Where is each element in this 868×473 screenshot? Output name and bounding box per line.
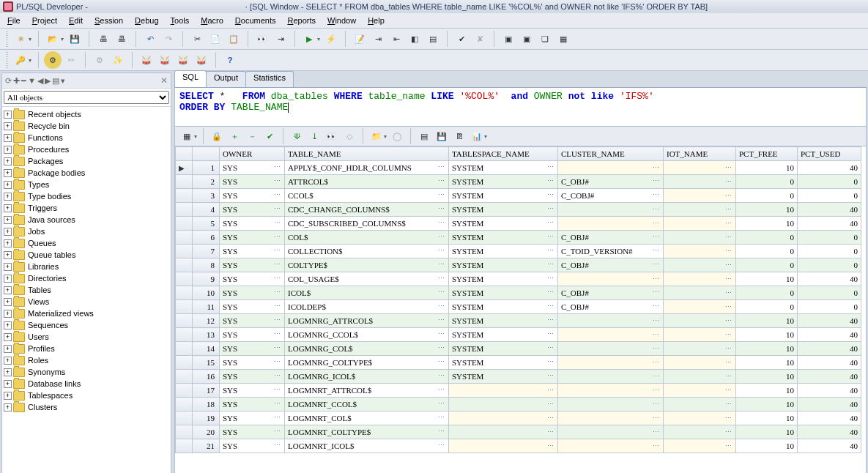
table-row[interactable]: 19SYS⋯LOGMNRT_COL$⋯⋯⋯⋯1040 (176, 411, 861, 425)
tree-item[interactable]: +Synonyms (2, 366, 171, 378)
cell-cluster[interactable]: ⋯ (558, 425, 664, 439)
expand-icon[interactable]: + (4, 286, 12, 294)
table-row[interactable]: 6SYS⋯COL$⋯SYSTEM⋯C_OBJ#⋯⋯00 (176, 231, 861, 245)
save-grid-icon[interactable]: 💾 (433, 127, 450, 145)
menu-debug[interactable]: Debug (129, 15, 164, 26)
tab-statistics[interactable]: Statistics (245, 71, 294, 87)
cell-iot[interactable]: ⋯ (664, 370, 736, 384)
cell-table-name[interactable]: LOGMNRT_ICOL$⋯ (285, 439, 449, 453)
cell-pct-used[interactable]: 40 (798, 161, 861, 175)
expand-icon[interactable]: + (4, 380, 12, 388)
expand-icon[interactable]: + (4, 357, 12, 365)
execute-button[interactable]: ▶ (300, 30, 318, 48)
undo-button[interactable]: ↶ (141, 30, 159, 48)
fetch-next-icon[interactable]: ⟱ (288, 127, 305, 145)
cell-owner[interactable]: SYS⋯ (220, 161, 285, 175)
expand-icon[interactable]: ✚ (13, 76, 20, 86)
cell-tablespace[interactable]: ⋯ (449, 384, 558, 398)
tree-item[interactable]: +Profiles (2, 343, 171, 354)
cell-pct-free[interactable]: 0 (736, 300, 798, 314)
cell-pct-used[interactable]: 40 (798, 411, 861, 425)
expand-icon[interactable]: + (4, 134, 12, 142)
cell-tablespace[interactable]: SYSTEM⋯ (449, 217, 558, 231)
menu-file[interactable]: File (1, 15, 26, 26)
cell-pct-free[interactable]: 10 (736, 161, 798, 175)
table-row[interactable]: 14SYS⋯LOGMNRG_COL$⋯SYSTEM⋯⋯⋯1040 (176, 342, 861, 356)
tree-item[interactable]: +Recent objects (2, 108, 171, 120)
tree-item[interactable]: +Package bodies (2, 167, 171, 179)
cell-pct-used[interactable]: 40 (798, 356, 861, 370)
commit-button[interactable]: ✔ (453, 30, 470, 48)
table-row[interactable]: 16SYS⋯LOGMNRG_ICOL$⋯SYSTEM⋯⋯⋯1040 (176, 370, 861, 384)
cell-tablespace[interactable]: SYSTEM⋯ (449, 370, 558, 384)
cell-iot[interactable]: ⋯ (664, 356, 736, 370)
cell-cluster[interactable]: C_COBJ#⋯ (558, 189, 664, 203)
cell-pct-free[interactable]: 10 (736, 425, 798, 439)
cell-iot[interactable]: ⋯ (664, 175, 736, 189)
cell-cluster[interactable]: C_OBJ#⋯ (558, 300, 664, 314)
cell-owner[interactable]: SYS⋯ (220, 189, 285, 203)
tree-item[interactable]: +Tables (2, 284, 171, 296)
cell-owner[interactable]: SYS⋯ (220, 425, 285, 439)
cell-pct-used[interactable]: 40 (798, 439, 861, 453)
expand-icon[interactable]: + (4, 216, 12, 224)
tree-item[interactable]: +Materialized views (2, 308, 171, 319)
cell-iot[interactable]: ⋯ (664, 245, 736, 258)
expand-icon[interactable]: + (4, 111, 12, 119)
cell-iot[interactable]: ⋯ (664, 203, 736, 217)
cell-cluster[interactable]: ⋯ (558, 439, 664, 453)
object-filter-select[interactable]: All objects (4, 91, 169, 104)
tree-item[interactable]: +Views (2, 296, 171, 308)
cell-pct-free[interactable]: 10 (736, 328, 798, 342)
expand-icon[interactable]: + (4, 263, 12, 271)
copy-grid-icon[interactable]: 🖹 (450, 127, 468, 145)
cell-tablespace[interactable]: SYSTEM⋯ (449, 328, 558, 342)
cell-pct-free[interactable]: 10 (736, 439, 798, 453)
print-button[interactable]: 🖶 (94, 30, 112, 48)
expand-icon[interactable]: + (4, 146, 12, 154)
expand-icon[interactable]: + (4, 239, 12, 247)
bookmark-button[interactable]: ◧ (406, 30, 423, 48)
col-header[interactable]: TABLESPACE_NAME (449, 147, 558, 161)
cell-iot[interactable]: ⋯ (664, 189, 736, 203)
cell-table-name[interactable]: ICOLDEP$⋯ (285, 300, 449, 314)
cell-pct-free[interactable]: 10 (736, 398, 798, 411)
cell-iot[interactable]: ⋯ (664, 384, 736, 398)
table-row[interactable]: 15SYS⋯LOGMNRG_COLTYPE$⋯SYSTEM⋯⋯⋯1040 (176, 356, 861, 370)
redo-button[interactable]: ↷ (160, 30, 177, 48)
table-row[interactable]: ▶1SYS⋯APPLY$_CONF_HDLR_COLUMNS⋯SYSTEM⋯⋯⋯… (176, 161, 861, 175)
expand-icon[interactable]: + (4, 310, 12, 318)
collapse-icon[interactable]: ━ (21, 76, 26, 86)
object-tree[interactable]: +Recent objects+Recycle bin+Functions+Pr… (2, 107, 171, 473)
cell-tablespace[interactable]: SYSTEM⋯ (449, 272, 558, 286)
cell-pct-free[interactable]: 0 (736, 286, 798, 300)
cell-pct-free[interactable]: 0 (736, 258, 798, 272)
cell-tablespace[interactable]: SYSTEM⋯ (449, 161, 558, 175)
tree-item[interactable]: +Functions (2, 132, 171, 144)
cell-cluster[interactable]: C_OBJ#⋯ (558, 175, 664, 189)
cell-table-name[interactable]: LOGMNRG_ICOL$⋯ (285, 370, 449, 384)
cell-pct-used[interactable]: 0 (798, 258, 861, 272)
new-button[interactable]: ✳ (12, 30, 29, 48)
cell-owner[interactable]: SYS⋯ (220, 217, 285, 231)
cell-cluster[interactable]: ⋯ (558, 398, 664, 411)
nav-fwd-icon[interactable]: ▶ (45, 76, 51, 86)
cell-cluster[interactable]: ⋯ (558, 272, 664, 286)
menu-reports[interactable]: Reports (281, 15, 322, 26)
cell-tablespace[interactable]: SYSTEM⋯ (449, 175, 558, 189)
copy-button[interactable]: 📄 (207, 30, 224, 48)
cell-table-name[interactable]: COL$⋯ (285, 231, 449, 245)
menu-tools[interactable]: Tools (165, 15, 196, 26)
cell-cluster[interactable]: ⋯ (558, 203, 664, 217)
cell-iot[interactable]: ⋯ (664, 411, 736, 425)
table-row[interactable]: 5SYS⋯CDC_SUBSCRIBED_COLUMNS$⋯SYSTEM⋯⋯⋯10… (176, 217, 861, 231)
tab-sql[interactable]: SQL (174, 70, 207, 87)
cell-table-name[interactable]: CCOL$⋯ (285, 189, 449, 203)
expand-icon[interactable]: + (4, 169, 12, 177)
tree-item[interactable]: +Procedures (2, 144, 171, 155)
tree-item[interactable]: +Clusters (2, 401, 171, 413)
find-next-button[interactable]: ⇥ (272, 30, 289, 48)
cell-pct-free[interactable]: 10 (736, 370, 798, 384)
cell-tablespace[interactable]: SYSTEM⋯ (449, 314, 558, 328)
cascade-button[interactable]: ❏ (536, 30, 554, 48)
